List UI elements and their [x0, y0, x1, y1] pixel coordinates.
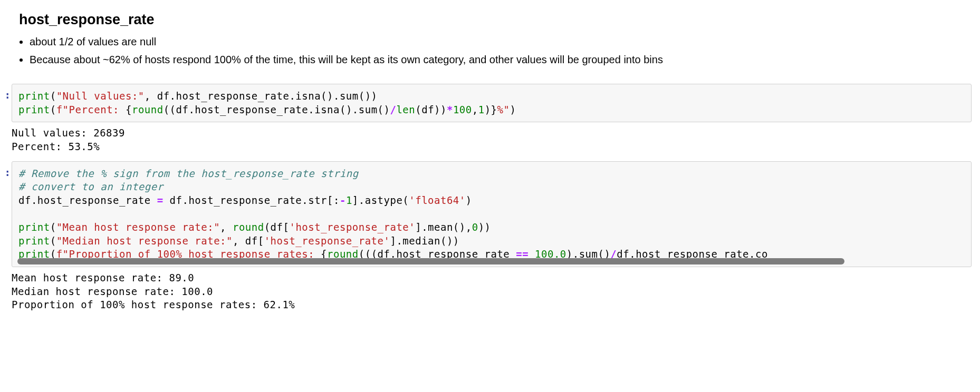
token: {: [126, 104, 132, 115]
token: df.host_response_rate: [18, 194, 157, 206]
token: df.host_response_rate.str[:: [164, 194, 340, 206]
token: ].median()): [390, 235, 459, 247]
token: (: [50, 221, 56, 233]
token-number: 1: [478, 104, 485, 115]
list-item: about 1/2 of values are null: [30, 33, 980, 50]
code-input-area[interactable]: print("Null values:", df.host_response_r…: [12, 84, 972, 122]
token-number: 100: [453, 104, 472, 115]
token: (df[: [264, 221, 290, 233]
token-number: 1: [346, 194, 352, 206]
token: , df.host_response_rate.isna().sum()): [145, 90, 378, 102]
token-string: 'host_response_rate': [264, 235, 390, 247]
token: (: [50, 235, 56, 247]
code-output-area: Mean host response rate: 89.0 Median hos…: [12, 271, 980, 312]
token: ): [466, 194, 472, 206]
token: ): [485, 104, 491, 115]
section-heading: host_response_rate: [19, 12, 980, 28]
token-op: =: [157, 194, 164, 206]
token-builtin: print: [18, 104, 50, 115]
code-cell: : print("Null values:", df.host_response…: [0, 84, 980, 122]
token-fstring: f"Percent:: [56, 104, 126, 115]
list-item: Because about ~62% of hosts respond 100%…: [30, 51, 980, 68]
token-op: *: [447, 104, 453, 115]
token-builtin: round: [132, 104, 164, 115]
token: ): [510, 104, 516, 115]
token-builtin: print: [18, 90, 50, 102]
token-builtin: print: [18, 235, 50, 247]
token: )): [478, 221, 491, 233]
token-op: -: [340, 194, 346, 206]
token-comment: # Remove the % sign from the host_respon…: [18, 168, 359, 179]
output-text: Mean host response rate: 89.0 Median hos…: [12, 271, 980, 312]
token-op: /: [390, 104, 396, 115]
token: ].astype(: [352, 194, 409, 206]
code-input-area[interactable]: # Remove the % sign from the host_respon…: [12, 161, 972, 267]
input-prompt: :: [0, 161, 12, 178]
token-builtin: print: [18, 221, 50, 233]
token-string: "Mean host response rate:": [56, 221, 220, 233]
token: ,: [472, 104, 478, 115]
token: , df[: [233, 235, 264, 247]
token-builtin: round: [233, 221, 264, 233]
token: (: [50, 90, 56, 102]
token: (: [50, 104, 56, 115]
token-string: 'host_response_rate': [289, 221, 415, 233]
bullet-list: about 1/2 of values are null Because abo…: [30, 33, 980, 68]
token: ((df.host_response_rate.isna().sum(): [164, 104, 390, 115]
code-cell: : # Remove the % sign from the host_resp…: [0, 161, 980, 267]
token: ,: [220, 221, 233, 233]
token-string: "Median host response rate:": [56, 235, 233, 247]
token-number: 0: [472, 221, 478, 233]
token: (df)): [415, 104, 447, 115]
token-builtin: len: [396, 104, 415, 115]
code-output-area: Null values: 26839 Percent: 53.5%: [12, 126, 980, 153]
token: }: [491, 104, 497, 115]
token-string: "Null values:": [56, 90, 145, 102]
token: ].mean(),: [415, 221, 472, 233]
output-text: Null values: 26839 Percent: 53.5%: [12, 126, 980, 153]
token-string: 'float64': [409, 194, 465, 206]
input-prompt: :: [0, 84, 12, 101]
token-fstring: %": [497, 104, 510, 115]
token-comment: # convert to an integer: [18, 181, 164, 192]
horizontal-scrollbar[interactable]: [17, 258, 844, 264]
